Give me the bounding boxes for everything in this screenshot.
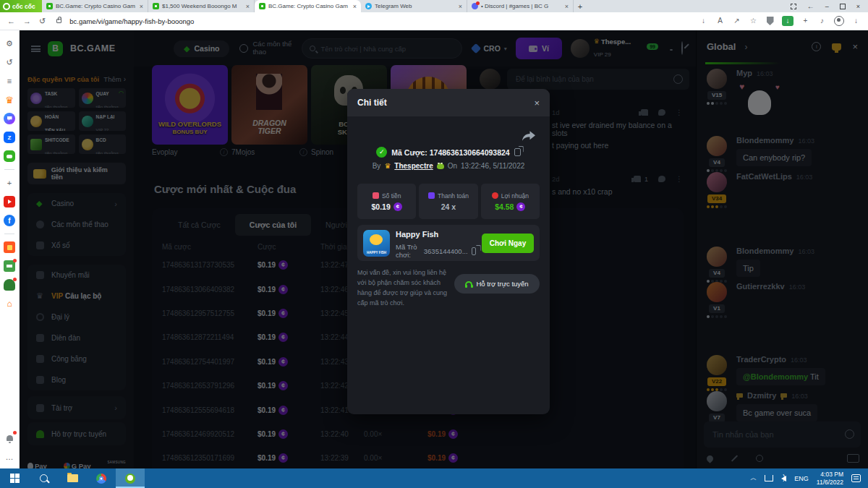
bet-author-row: By ♛ Thespectre On 13:22:46, 5/11/2022 [347,162,550,170]
bet-details-modal: Chi tiết × ✓ Mã Cược: 174863613066409382… [347,89,550,414]
messenger-icon[interactable] [4,113,15,124]
downloader-icon[interactable]: ↓ [782,16,793,26]
reload-button[interactable]: ↺ [39,17,46,25]
taskbar-search-icon[interactable] [29,468,58,488]
stat-payout: Thanh toán 24 x [419,184,477,219]
coccoc-taskbar-icon[interactable] [116,468,145,488]
file-explorer-icon[interactable] [58,468,87,488]
music-icon[interactable]: ♪ [817,16,827,26]
tab-bcgame-active[interactable]: BC.Game: Crypto Casino Gam × [255,0,361,12]
forward-button[interactable]: → [23,17,31,25]
coin-icon: ¢ [516,202,525,211]
volume-icon[interactable] [781,476,786,481]
copy-icon[interactable] [514,148,521,156]
telegram-favicon [365,3,372,9]
tab-bcgame-1[interactable]: BC.Game: Crypto Casino Gam × [42,0,148,12]
card-icon [428,192,435,199]
lock-icon[interactable] [56,19,61,23]
promo-hat-icon[interactable] [4,279,15,291]
downloads-icon[interactable]: ↓ [851,16,861,26]
translate-icon[interactable]: A [715,16,725,26]
tab-close-icon[interactable]: × [565,3,569,10]
share-icon[interactable]: ↗ [732,16,741,26]
maximize-button[interactable] [840,4,846,9]
coccoc-brand: cốc cốc [0,0,42,12]
tab-close-icon[interactable]: × [246,3,250,10]
action-center-icon[interactable] [851,474,861,482]
windows-taskbar: ︿ ENG 4:03 PM 11/6/2022 [0,468,868,488]
happy-fish-thumbnail[interactable] [363,230,390,257]
tab-booongo[interactable]: $1,500 Weekend Booongo M × [148,0,255,12]
tab-telegram[interactable]: Telegram Web × [361,0,467,12]
history-icon[interactable]: ↺ [4,56,15,68]
close-modal-button[interactable]: × [534,98,540,108]
divider [4,169,14,170]
clock[interactable]: 4:03 PM 11/6/2022 [817,471,843,486]
modal-header: Chi tiết × [347,89,550,116]
hidden-icons-chevron[interactable]: ︿ [750,474,757,483]
extension-icon[interactable]: + [801,16,810,26]
bookmark-star-icon[interactable]: ☆ [749,16,758,26]
profile-icon[interactable] [834,16,844,26]
game-row: Happy Fish Mã Trò chơi: 3635144400... Ch… [357,225,540,261]
username-link[interactable]: Thespectre [394,162,433,170]
bcgame-favicon [259,3,265,9]
stat-amount: Số tiền $0.19¢ [357,184,416,219]
bet-stats: Số tiền $0.19¢ Thanh toán 24 x Lợi nhuận… [357,184,540,219]
settings-gear-icon[interactable]: ⚙ [4,38,15,49]
verified-shield-icon: ✓ [376,147,387,158]
crown-icon: ♛ [384,162,391,170]
start-button[interactable] [0,468,29,488]
screen: cốc cốc BC.Game: Crypto Casino Gam × $1,… [0,0,868,488]
new-tab-button[interactable]: + [574,0,587,12]
feed-list-icon[interactable]: ≡ [4,75,15,87]
language-indicator[interactable]: ENG [794,475,809,482]
save-page-icon[interactable]: ↓ [699,16,708,26]
play-now-button[interactable]: Chơi Ngay [482,234,534,253]
modal-title: Chi tiết [357,98,387,108]
toolbar-icons: ↓ A ↗ ☆ ↓ + ♪ ↓ [699,16,861,26]
url-text[interactable]: bc.game/vi/game/happy-fish-by-booongo [69,17,194,25]
facebook-icon[interactable]: f [4,215,15,226]
tab-close-icon[interactable]: × [140,3,143,10]
network-icon[interactable] [765,475,773,481]
add-app-icon[interactable]: + [4,177,15,189]
headset-icon [465,281,472,286]
game-title: Happy Fish [396,230,438,239]
tab-discord[interactable]: • Discord | #games | BC G × [467,0,574,12]
chrome-icon[interactable] [87,468,116,488]
minimize-button[interactable]: – [825,3,829,10]
window-controls: ← – × [791,0,868,12]
browser-side-rail: ⚙ ↺ ≡ ♛ Z + f ⌂ … [0,30,20,468]
browser-tab-bar: cốc cốc BC.Game: Crypto Casino Gam × $1,… [0,0,868,12]
more-icon[interactable]: … [4,451,15,463]
frog-icon [437,163,444,169]
cart-icon[interactable]: ⌂ [4,298,15,309]
bcgame-favicon [46,3,53,9]
youtube-icon[interactable] [4,196,15,207]
gift-icon[interactable] [4,260,15,272]
share-icon[interactable] [522,131,535,141]
close-window-button[interactable]: × [856,3,860,10]
back-button[interactable]: ← [7,17,15,25]
adblock-shield-icon[interactable] [765,16,775,26]
zalo-icon[interactable]: Z [4,132,15,143]
bcgame-favicon [153,3,159,9]
shopee-icon[interactable] [4,241,15,253]
restore-tab-icon[interactable]: ← [807,2,814,10]
browser-address-bar: ← → ↺ bc.game/vi/game/happy-fish-by-booo… [0,12,868,30]
brand-label: cốc cốc [12,3,35,10]
tab-close-icon[interactable]: × [353,3,357,10]
tab-search-icon[interactable] [791,4,796,9]
coin-icon: ¢ [393,202,402,211]
stat-profit: Lợi nhuận $4.58¢ [481,184,540,219]
coins-icon [492,192,498,199]
games-icon[interactable] [4,150,15,162]
live-support-button[interactable]: Hỗ trợ trực tuyến [454,274,540,294]
tab-close-icon[interactable]: × [459,3,462,10]
discord-favicon [472,3,478,9]
hot-crown-icon[interactable]: ♛ [4,94,15,106]
site-viewport: B BC.GAME Đặc quyền VIP của tôi Thêm › T… [20,30,868,468]
copy-icon[interactable] [472,247,476,255]
notification-bell-icon[interactable] [4,432,15,444]
